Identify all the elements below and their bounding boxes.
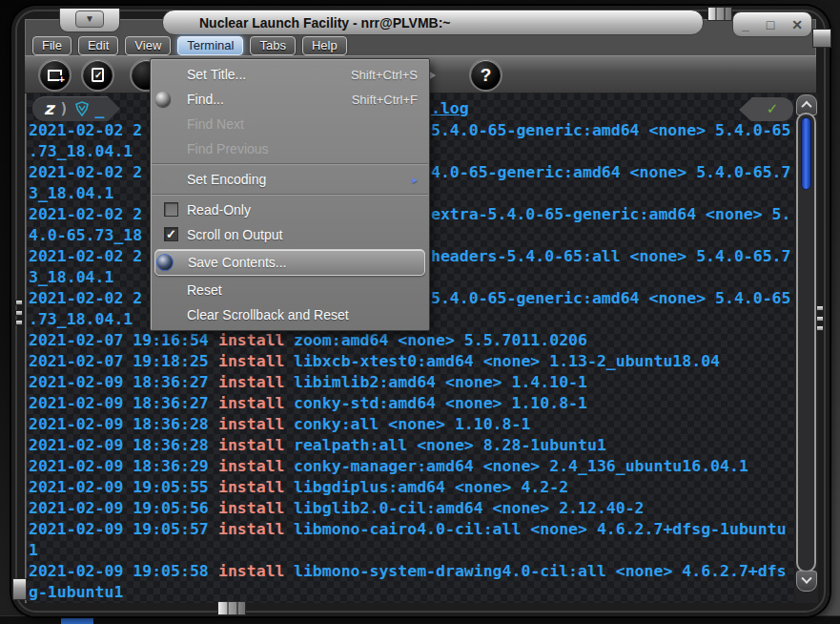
pipe-joint-right	[812, 29, 831, 48]
menubar-item-edit[interactable]: Edit	[78, 36, 118, 55]
scroll-down-button[interactable]	[796, 571, 817, 592]
menubar-item-tabs[interactable]: Tabs	[250, 36, 295, 55]
checkbox-unchecked-icon[interactable]	[164, 202, 178, 217]
terminal-text-segment: 2021-02-02 2	[29, 204, 142, 225]
terminal-line: 2021-02-09 18:36:29installconky-manager:…	[27, 456, 795, 477]
terminal-line: 2021-02-09 19:05:57installlibmono-cairo4…	[27, 519, 795, 540]
terminal-text-segment: 4.0-65.73_18	[29, 225, 142, 246]
terminal-text-segment: 2021-02-07 19:18:25	[29, 351, 209, 372]
terminal-text-segment: install	[218, 477, 285, 498]
scrollbar	[795, 94, 818, 603]
terminal-text-segment: install	[218, 393, 285, 414]
terminal-line: 2021-02-09 19:05:55installlibgdiplus:amd…	[27, 477, 795, 498]
menu-item-read-only[interactable]: Read-Only	[151, 198, 429, 222]
shield-icon	[74, 101, 90, 116]
terminal-text-segment: libglib2.0-cil:amd64 <none> 2.12.40-2	[294, 498, 645, 519]
minimize-button[interactable]: _	[742, 18, 749, 31]
terminal-text-segment: 2021-02-07 19:16:54	[29, 330, 209, 351]
terminal-text-segment: install	[218, 372, 285, 393]
terminal-text-segment: 5.4.0-65-generic:amd64 <none> 5.4.0-65	[431, 120, 791, 141]
terminal-text-segment: 2021-02-09 19:05:58	[29, 561, 209, 582]
terminal-text-segment: 2021-02-09 18:36:29	[29, 456, 209, 477]
menu-item-label: Set Title...	[187, 67, 246, 82]
menu-item-label: Reset	[187, 282, 222, 298]
terminal-line: 2021-02-09 18:36:27installlibimlib2:amd6…	[27, 372, 795, 393]
plus-glyph: +	[59, 75, 65, 84]
terminal-text-segment: install	[218, 351, 285, 372]
terminal-line: g-1ubuntu1	[27, 582, 795, 603]
terminal-line: 2021-02-09 18:36:28installrealpath:all <…	[27, 435, 795, 456]
shell-prompt: z ) _	[32, 96, 120, 121]
terminal-text-segment: install	[218, 561, 285, 582]
prompt-arrow	[108, 96, 120, 121]
maximize-button[interactable]: □	[767, 18, 774, 31]
menu-item-label: Set Encoding	[187, 172, 266, 187]
left-grip-handle[interactable]	[15, 300, 26, 325]
menu-item-scroll-on-output[interactable]: ✓Scroll on Output	[151, 222, 429, 247]
terminal-text-segment: 5.4.0-65-generic:amd64 <none> 5.4.0-65	[431, 288, 791, 309]
prompt-separator: )	[59, 100, 68, 117]
menu-item-label: Find...	[187, 92, 224, 107]
terminal-text-segment: zoom:amd64 <none> 5.5.7011.0206	[294, 330, 587, 351]
terminal-text-segment: conky:all <none> 1.10.8-1	[294, 414, 530, 435]
terminal-text-segment: 2021-02-02 2	[29, 246, 142, 267]
terminal-text-segment: libimlib2:amd64 <none> 1.4.10-1	[294, 372, 587, 393]
command-status-badge: ✓	[739, 97, 793, 121]
terminal-text-segment: headers-5.4.0-65:all <none> 5.4.0-65.7	[431, 246, 791, 267]
terminal-text-segment: 3_18.04.1	[29, 267, 113, 288]
pipe-joint-top	[707, 7, 732, 21]
terminal-text-segment: 4.0-65-generic:amd64 <none> 5.4.0-65.7	[431, 162, 791, 183]
scrollbar-thumb[interactable]	[801, 117, 811, 190]
zsh-logo-icon: z	[44, 100, 53, 117]
menu-item-label: Find Previous	[187, 141, 269, 156]
terminal-line: 2021-02-09 19:05:58installlibmono-system…	[27, 561, 795, 582]
menu-item-label: Clear Scrollback and Reset	[187, 307, 349, 322]
menubar-item-file[interactable]: File	[32, 36, 72, 55]
question-glyph: ?	[481, 65, 492, 86]
terminal-line: 2021-02-09 18:36:28installconky:all <non…	[27, 414, 795, 435]
terminal-line: 1	[27, 540, 795, 561]
terminal-text-segment: install	[218, 498, 285, 519]
menu-item-find-next: Find Next	[151, 112, 429, 136]
terminal-line: 2021-02-09 18:36:27installconky-std:amd6…	[27, 393, 795, 414]
terminal-cursor: _	[95, 100, 105, 118]
chevron-up-icon	[801, 101, 811, 112]
pipe-joint-bottom	[217, 601, 246, 615]
submenu-arrow-icon: ▸	[412, 174, 418, 186]
menu-item-set-title[interactable]: Set Title...Shift+Ctrl+S	[151, 62, 429, 87]
menubar-item-terminal[interactable]: Terminal	[177, 36, 243, 55]
menu-item-label: Find Next	[187, 116, 244, 132]
window-menu-tab[interactable]: ▼	[59, 9, 120, 32]
terminal-line: 2021-02-07 19:18:25installlibxcb-xtest0:…	[27, 351, 795, 372]
terminal-line: 2021-02-07 19:16:54installzoom:amd64 <no…	[27, 330, 795, 351]
chevron-down-icon	[801, 573, 811, 584]
window-menu-arrow-icon[interactable]: ▼	[75, 10, 104, 28]
terminal-text-segment: 2021-02-02 2	[29, 288, 142, 309]
menubar-item-view[interactable]: View	[125, 36, 171, 55]
menu-item-set-encoding[interactable]: Set Encoding▸	[151, 167, 429, 192]
menubar: FileEditViewTerminalTabsHelp	[32, 36, 347, 55]
terminal-text-segment: 2021-02-09 18:36:28	[29, 414, 209, 435]
help-icon[interactable]: ?	[471, 60, 501, 90]
menu-item-label: Read-Only	[187, 202, 251, 218]
terminal-text-segment: libgdiplus:amd64 <none> 4.2-2	[294, 477, 568, 498]
checkbox-checked-icon[interactable]: ✓	[164, 227, 178, 241]
right-grip-handle[interactable]	[816, 305, 827, 331]
paste-clipboard-icon[interactable]: ✓	[83, 60, 113, 90]
new-window-icon[interactable]: +	[40, 60, 70, 90]
menu-item-label: Scroll on Output	[187, 227, 282, 242]
menu-item-save-contents[interactable]: Save Contents...	[154, 249, 425, 276]
close-button[interactable]: ✕	[791, 18, 803, 31]
pipe-joint-left	[12, 578, 27, 600]
terminal-text-segment: conky-manager:amd64 <none> 2.4_136_ubunt…	[294, 456, 748, 477]
window-title: Nuclear Launch Facility - nrr@PLVMB:~	[162, 10, 704, 35]
scrollbar-track[interactable]	[796, 113, 816, 572]
menu-item-find[interactable]: Find...Shift+Ctrl+F	[151, 87, 429, 112]
menubar-item-help[interactable]: Help	[302, 36, 347, 55]
menu-item-clear-scrollback-and-reset[interactable]: Clear Scrollback and Reset	[151, 302, 429, 327]
menu-item-shortcut: Shift+Ctrl+F	[352, 93, 418, 107]
terminal-text-segment: 2021-02-09 19:05:55	[29, 477, 209, 498]
terminal-text-segment: g-1ubuntu1	[29, 582, 123, 603]
terminal-text-segment: 2021-02-02 2	[29, 120, 142, 141]
menu-item-reset[interactable]: Reset	[151, 278, 429, 302]
